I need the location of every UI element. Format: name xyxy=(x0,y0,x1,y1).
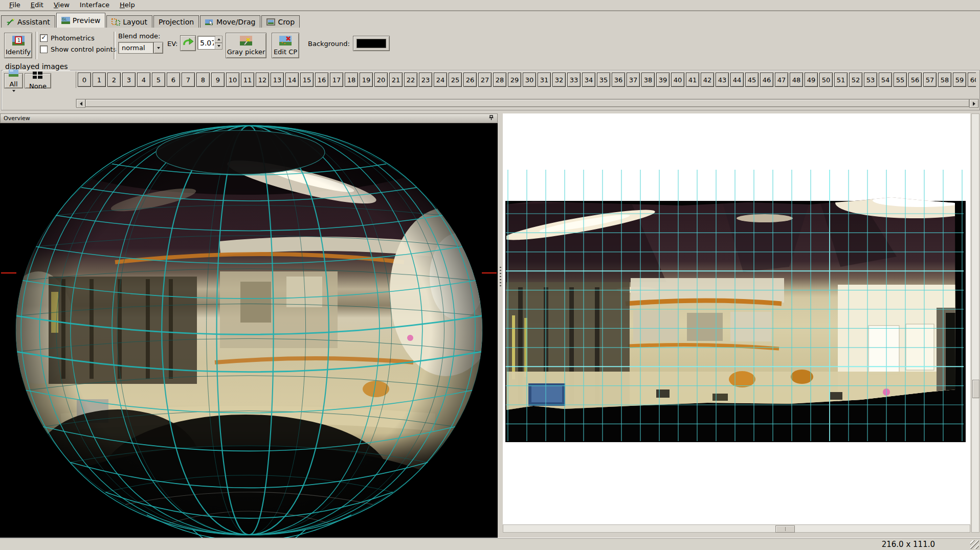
image-toggle-button[interactable]: 19 xyxy=(360,73,373,87)
tab-projection[interactable]: Projection xyxy=(153,15,199,28)
image-toggle-button[interactable]: 22 xyxy=(404,73,417,87)
image-toggle-button[interactable]: 49 xyxy=(805,73,818,87)
pano-vscroll-thumb[interactable] xyxy=(972,380,979,398)
ev-input[interactable] xyxy=(197,36,215,50)
tab-layout[interactable]: Layout xyxy=(106,15,152,28)
image-toggle-button[interactable]: 10 xyxy=(226,73,239,87)
image-toggle-button[interactable]: 30 xyxy=(523,73,536,87)
image-toggle-button[interactable]: 28 xyxy=(493,73,506,87)
pano-hscroll-thumb[interactable] xyxy=(775,525,795,533)
pano-preview-canvas[interactable] xyxy=(503,113,970,524)
ev-spinner[interactable] xyxy=(197,36,222,50)
image-toggle-button[interactable]: 44 xyxy=(730,73,744,87)
edit-cp-button[interactable]: Edit CP xyxy=(272,33,299,58)
scroll-right-icon[interactable] xyxy=(969,99,978,108)
image-toggle-button[interactable]: 32 xyxy=(552,73,566,87)
pano-horizontal-scrollbar[interactable] xyxy=(503,524,970,533)
image-toggle-button[interactable]: 57 xyxy=(923,73,937,87)
image-toggle-button[interactable]: 15 xyxy=(300,73,314,87)
ev-spin-buttons[interactable] xyxy=(215,36,222,50)
panel-splitter[interactable] xyxy=(498,113,503,538)
tab-move-drag[interactable]: Move/Drag xyxy=(200,15,260,28)
image-toggle-button[interactable]: 43 xyxy=(716,73,729,87)
image-toggle-button[interactable]: 47 xyxy=(775,73,788,87)
gray-picker-button[interactable]: Gray picker xyxy=(226,33,266,58)
image-toggle-button[interactable]: 35 xyxy=(597,73,610,87)
image-toggle-button[interactable]: 3 xyxy=(122,73,136,87)
image-toggle-button[interactable]: 8 xyxy=(196,73,210,87)
show-cp-checkbox-row[interactable]: Show control points xyxy=(40,45,116,53)
image-strip-scrollbar[interactable] xyxy=(76,99,979,107)
image-toggle-button[interactable]: 58 xyxy=(938,73,951,87)
spin-up-icon[interactable] xyxy=(215,36,222,43)
show-none-button[interactable]: None xyxy=(25,73,51,88)
image-toggle-button[interactable]: 2 xyxy=(107,73,121,87)
menu-help[interactable]: Help xyxy=(115,0,140,10)
image-toggle-button[interactable]: 51 xyxy=(834,73,848,87)
pin-icon[interactable] xyxy=(488,115,494,122)
image-toggle-button[interactable]: 16 xyxy=(315,73,328,87)
photometrics-checkbox[interactable] xyxy=(40,34,48,42)
image-toggle-button[interactable]: 60 xyxy=(968,73,976,87)
show-all-button[interactable]: All xyxy=(4,73,23,88)
image-toggle-button[interactable]: 39 xyxy=(656,73,670,87)
blend-mode-select[interactable]: normal xyxy=(118,42,163,54)
background-color-button[interactable] xyxy=(353,36,390,51)
image-toggle-button[interactable]: 36 xyxy=(612,73,625,87)
image-toggle-button[interactable]: 31 xyxy=(538,73,551,87)
image-toggle-button[interactable]: 23 xyxy=(419,73,432,87)
image-toggle-button[interactable]: 24 xyxy=(434,73,447,87)
scroll-left-icon[interactable] xyxy=(76,99,85,108)
image-toggle-button[interactable]: 13 xyxy=(271,73,284,87)
image-toggle-button[interactable]: 45 xyxy=(745,73,759,87)
image-toggle-button[interactable]: 4 xyxy=(137,73,150,87)
image-toggle-button[interactable]: 1 xyxy=(93,73,106,87)
image-toggle-button[interactable]: 5 xyxy=(152,73,165,87)
image-toggle-button[interactable]: 7 xyxy=(182,73,195,87)
image-toggle-button[interactable]: 33 xyxy=(567,73,581,87)
image-toggle-button[interactable]: 59 xyxy=(953,73,966,87)
image-toggle-button[interactable]: 21 xyxy=(389,73,403,87)
image-toggle-button[interactable]: 53 xyxy=(864,73,877,87)
image-toggle-button[interactable]: 41 xyxy=(686,73,699,87)
overview-sphere-canvas[interactable] xyxy=(0,123,498,538)
show-control-points-checkbox[interactable] xyxy=(40,45,48,53)
menu-edit[interactable]: Edit xyxy=(26,0,49,10)
image-toggle-button[interactable]: 17 xyxy=(330,73,343,87)
photometrics-checkbox-row[interactable]: Photometrics xyxy=(40,34,95,42)
image-toggle-button[interactable]: 52 xyxy=(849,73,862,87)
menu-view[interactable]: View xyxy=(49,0,75,10)
image-toggle-button[interactable]: 40 xyxy=(671,73,684,87)
image-strip-scroll-thumb[interactable] xyxy=(85,99,969,107)
identify-button[interactable]: 1 Identify xyxy=(4,33,32,58)
resize-grip-icon[interactable] xyxy=(970,540,979,549)
image-toggle-button[interactable]: 54 xyxy=(879,73,892,87)
spin-down-icon[interactable] xyxy=(215,43,222,50)
image-toggle-button[interactable]: 55 xyxy=(894,73,907,87)
image-toggle-button[interactable]: 12 xyxy=(256,73,269,87)
blend-mode-dropdown-arrow[interactable] xyxy=(153,42,163,54)
image-toggle-button[interactable]: 34 xyxy=(582,73,595,87)
image-toggle-button[interactable]: 50 xyxy=(819,73,833,87)
image-toggle-button[interactable]: 0 xyxy=(78,73,91,87)
image-toggle-button[interactable]: 27 xyxy=(478,73,492,87)
image-toggle-button[interactable]: 26 xyxy=(463,73,477,87)
image-toggle-button[interactable]: 11 xyxy=(241,73,254,87)
image-toggle-button[interactable]: 38 xyxy=(641,73,655,87)
image-toggle-button[interactable]: 25 xyxy=(449,73,462,87)
menu-file[interactable]: File xyxy=(4,0,26,10)
pano-vertical-scrollbar[interactable] xyxy=(971,113,979,533)
image-toggle-button[interactable]: 42 xyxy=(701,73,714,87)
image-toggle-button[interactable]: 56 xyxy=(908,73,922,87)
tab-assistant[interactable]: Assistant xyxy=(1,15,55,28)
image-toggle-button[interactable]: 37 xyxy=(627,73,640,87)
image-toggle-button[interactable]: 6 xyxy=(167,73,180,87)
image-toggle-button[interactable]: 9 xyxy=(211,73,225,87)
tab-crop[interactable]: Crop xyxy=(261,15,300,28)
image-toggle-button[interactable]: 20 xyxy=(374,73,388,87)
image-toggle-button[interactable]: 29 xyxy=(508,73,521,87)
menu-interface[interactable]: Interface xyxy=(75,0,115,10)
ev-apply-button[interactable] xyxy=(180,35,196,51)
image-toggle-button[interactable]: 18 xyxy=(345,73,358,87)
image-toggle-button[interactable]: 14 xyxy=(285,73,299,87)
